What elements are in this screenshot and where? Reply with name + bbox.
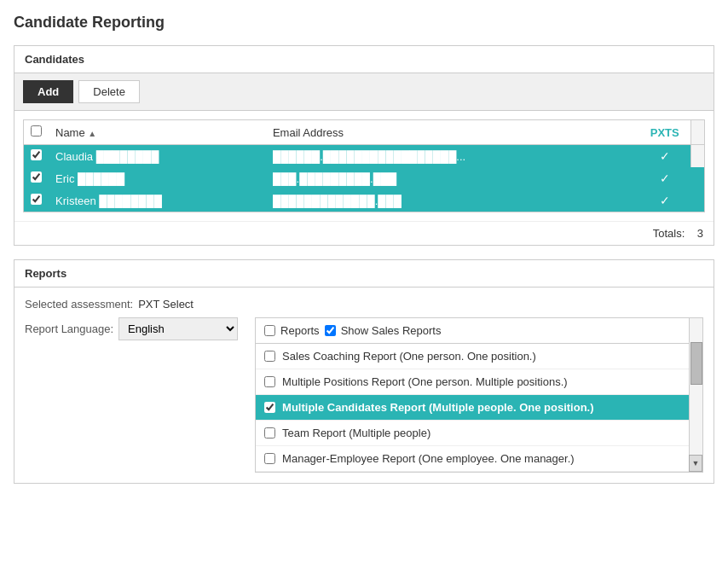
report-list-item[interactable]: Team Report (Multiple people) bbox=[256, 421, 702, 446]
row-checkbox[interactable] bbox=[31, 194, 42, 205]
table-row[interactable]: Claudia ██████████████.█████████████████… bbox=[24, 145, 704, 168]
reports-section: Reports Selected assessment: PXT Select … bbox=[14, 259, 714, 484]
reports-section-header: Reports bbox=[14, 260, 714, 288]
header-checkbox-cell bbox=[24, 120, 49, 145]
report-item-label: Multiple Candidates Report (Multiple peo… bbox=[282, 401, 593, 414]
row-scrollbar-filler bbox=[690, 189, 704, 212]
page-title: Candidate Reporting bbox=[14, 14, 714, 32]
sort-arrow-icon: ▲ bbox=[88, 129, 96, 138]
candidates-toolbar: Add Delete bbox=[14, 73, 714, 111]
candidates-section-header: Candidates bbox=[14, 46, 714, 73]
assessment-value: PXT Select bbox=[138, 298, 194, 311]
row-name: Claudia ████████ bbox=[49, 145, 266, 168]
candidates-table: Name ▲ Email Address PXTS Claudia ██████… bbox=[24, 120, 704, 212]
row-checkbox-cell bbox=[24, 167, 49, 189]
show-sales-checkbox[interactable] bbox=[325, 325, 336, 336]
select-all-checkbox[interactable] bbox=[31, 125, 42, 136]
col-pxts-header: PXTS bbox=[639, 120, 690, 145]
row-name: Kristeen ████████ bbox=[49, 189, 266, 212]
report-list-item[interactable]: Sales Coaching Report (One person. One p… bbox=[256, 344, 702, 369]
reports-body: Selected assessment: PXT Select Report L… bbox=[14, 288, 714, 483]
report-item-label: Sales Coaching Report (One person. One p… bbox=[282, 350, 536, 363]
report-list-item[interactable]: Multiple Candidates Report (Multiple peo… bbox=[256, 395, 702, 421]
table-scrollbar-header bbox=[690, 120, 704, 145]
reports-list-header: Reports Show Sales Reports ▲ bbox=[256, 318, 702, 344]
col-email-header: Email Address bbox=[266, 120, 639, 145]
table-row[interactable]: Kristeen █████████████████████.███✓ bbox=[24, 189, 704, 212]
assessment-row: Selected assessment: PXT Select bbox=[25, 298, 703, 311]
row-scrollbar-filler bbox=[690, 145, 704, 168]
report-list-item[interactable]: Manager-Employee Report (One employee. O… bbox=[256, 446, 702, 472]
reports-list: Sales Coaching Report (One person. One p… bbox=[256, 344, 702, 472]
scrollbar-track bbox=[689, 339, 702, 451]
row-checkbox[interactable] bbox=[31, 149, 42, 160]
totals-row: Totals: 3 bbox=[14, 221, 714, 245]
row-checkbox-cell bbox=[24, 189, 49, 212]
row-pxts: ✓ bbox=[639, 167, 690, 189]
col-name-header: Name ▲ bbox=[49, 120, 266, 145]
candidates-section: Candidates Add Delete Name ▲ bbox=[14, 45, 714, 246]
lang-row: Report Language: EnglishFrenchSpanishGer… bbox=[25, 317, 238, 340]
report-item-label: Team Report (Multiple people) bbox=[282, 427, 430, 439]
lang-select[interactable]: EnglishFrenchSpanishGerman bbox=[118, 317, 238, 340]
scrollbar-down[interactable]: ▼ bbox=[689, 455, 702, 472]
row-checkbox[interactable] bbox=[31, 171, 42, 183]
delete-button[interactable]: Delete bbox=[78, 80, 140, 103]
report-item-checkbox[interactable] bbox=[264, 453, 275, 464]
left-controls: Report Language: EnglishFrenchSpanishGer… bbox=[25, 317, 238, 347]
row-checkbox-cell bbox=[24, 145, 49, 168]
row-pxts: ✓ bbox=[639, 189, 690, 212]
report-item-checkbox[interactable] bbox=[264, 402, 275, 413]
row-email: ███.█████████.███ bbox=[266, 167, 639, 189]
row-email: █████████████.███ bbox=[266, 189, 639, 212]
show-sales-label: Show Sales Reports bbox=[341, 324, 442, 337]
row-email: ██████.█████████████████... bbox=[266, 145, 639, 168]
report-list-item[interactable]: Multiple Positions Report (One person. M… bbox=[256, 369, 702, 395]
reports-list-container: Reports Show Sales Reports ▲ Sales Coach… bbox=[255, 317, 703, 473]
table-row[interactable]: Eric █████████.█████████.███✓ bbox=[24, 167, 704, 189]
report-item-label: Manager-Employee Report (One employee. O… bbox=[282, 452, 575, 465]
row-pxts: ✓ bbox=[639, 145, 690, 168]
scrollbar-thumb[interactable] bbox=[690, 342, 702, 385]
assessment-label: Selected assessment: bbox=[25, 298, 133, 311]
reports-header-checkbox[interactable] bbox=[264, 325, 275, 336]
lang-label: Report Language: bbox=[25, 322, 113, 335]
add-button[interactable]: Add bbox=[23, 80, 73, 103]
row-scrollbar-filler bbox=[690, 167, 704, 189]
report-item-checkbox[interactable] bbox=[264, 427, 275, 439]
candidates-table-container: Name ▲ Email Address PXTS Claudia ██████… bbox=[23, 119, 705, 212]
row-name: Eric ██████ bbox=[49, 167, 266, 189]
report-item-label: Multiple Positions Report (One person. M… bbox=[282, 375, 568, 388]
report-item-checkbox[interactable] bbox=[264, 376, 275, 387]
report-item-checkbox[interactable] bbox=[264, 351, 275, 362]
